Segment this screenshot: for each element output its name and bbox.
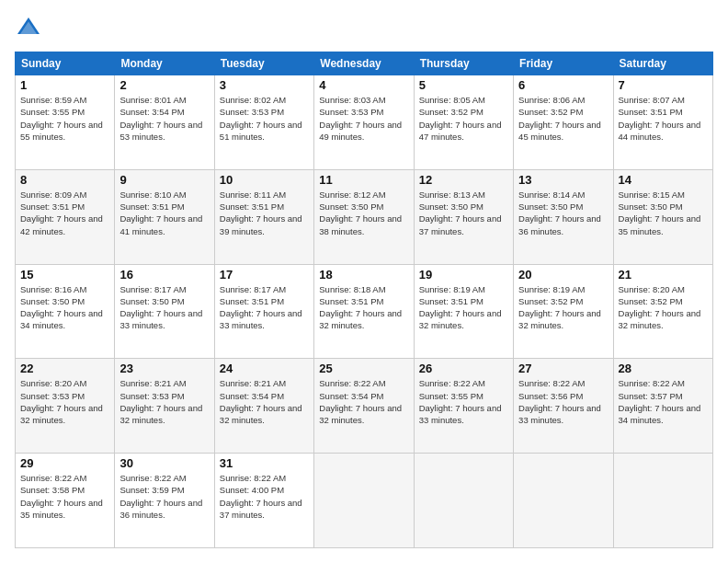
day-number: 7 bbox=[619, 78, 708, 92]
day-info: Sunrise: 8:22 AM Sunset: 3:59 PM Dayligh… bbox=[119, 472, 209, 521]
calendar-cell: 14 Sunrise: 8:15 AM Sunset: 3:50 PM Dayl… bbox=[613, 169, 712, 264]
calendar-cell: 3 Sunrise: 8:02 AM Sunset: 3:53 PM Dayli… bbox=[214, 75, 313, 170]
day-info: Sunrise: 8:13 AM Sunset: 3:50 PM Dayligh… bbox=[419, 189, 508, 237]
calendar-table: SundayMondayTuesdayWednesdayThursdayFrid… bbox=[15, 52, 713, 548]
day-info: Sunrise: 8:21 AM Sunset: 3:54 PM Dayligh… bbox=[220, 377, 309, 426]
logo-icon bbox=[15, 15, 42, 42]
calendar-cell: 10 Sunrise: 8:11 AM Sunset: 3:51 PM Dayl… bbox=[214, 169, 313, 264]
day-info: Sunrise: 8:22 AM Sunset: 3:57 PM Dayligh… bbox=[619, 377, 708, 426]
day-info: Sunrise: 8:22 AM Sunset: 3:58 PM Dayligh… bbox=[20, 472, 109, 521]
day-info: Sunrise: 8:09 AM Sunset: 3:51 PM Dayligh… bbox=[20, 189, 109, 237]
calendar-cell: 20 Sunrise: 8:19 AM Sunset: 3:52 PM Dayl… bbox=[514, 264, 613, 359]
calendar-cell: 1 Sunrise: 8:59 AM Sunset: 3:55 PM Dayli… bbox=[16, 75, 115, 170]
calendar-cell: 26 Sunrise: 8:22 AM Sunset: 3:55 PM Dayl… bbox=[414, 359, 513, 454]
weekday-thursday: Thursday bbox=[414, 52, 513, 75]
day-number: 18 bbox=[319, 268, 408, 282]
day-number: 3 bbox=[220, 78, 309, 92]
day-info: Sunrise: 8:22 AM Sunset: 3:56 PM Dayligh… bbox=[518, 377, 608, 426]
calendar-cell: 13 Sunrise: 8:14 AM Sunset: 3:50 PM Dayl… bbox=[514, 169, 613, 264]
calendar-cell: 31 Sunrise: 8:22 AM Sunset: 4:00 PM Dayl… bbox=[214, 454, 313, 548]
calendar-cell: 7 Sunrise: 8:07 AM Sunset: 3:51 PM Dayli… bbox=[613, 75, 712, 170]
logo bbox=[15, 15, 46, 42]
weekday-saturday: Saturday bbox=[613, 52, 712, 75]
day-number: 26 bbox=[419, 362, 508, 375]
calendar-cell: 4 Sunrise: 8:03 AM Sunset: 3:53 PM Dayli… bbox=[314, 75, 414, 170]
day-number: 5 bbox=[419, 78, 508, 92]
calendar-cell: 21 Sunrise: 8:20 AM Sunset: 3:52 PM Dayl… bbox=[613, 264, 712, 359]
calendar-cell: 9 Sunrise: 8:10 AM Sunset: 3:51 PM Dayli… bbox=[115, 169, 214, 264]
day-number: 16 bbox=[119, 268, 209, 282]
day-number: 20 bbox=[518, 268, 608, 282]
day-number: 10 bbox=[220, 173, 309, 187]
calendar-cell: 19 Sunrise: 8:19 AM Sunset: 3:51 PM Dayl… bbox=[414, 264, 513, 359]
calendar-cell: 22 Sunrise: 8:20 AM Sunset: 3:53 PM Dayl… bbox=[16, 359, 115, 454]
calendar-cell: 16 Sunrise: 8:17 AM Sunset: 3:50 PM Dayl… bbox=[115, 264, 214, 359]
calendar-cell: 5 Sunrise: 8:05 AM Sunset: 3:52 PM Dayli… bbox=[414, 75, 513, 170]
day-number: 30 bbox=[119, 456, 209, 470]
week-row-3: 15 Sunrise: 8:16 AM Sunset: 3:50 PM Dayl… bbox=[16, 264, 713, 359]
day-info: Sunrise: 8:18 AM Sunset: 3:51 PM Dayligh… bbox=[319, 283, 408, 332]
week-row-4: 22 Sunrise: 8:20 AM Sunset: 3:53 PM Dayl… bbox=[16, 359, 713, 454]
day-number: 12 bbox=[419, 173, 508, 187]
day-number: 13 bbox=[518, 173, 608, 187]
day-number: 28 bbox=[619, 362, 708, 375]
day-number: 2 bbox=[119, 78, 209, 92]
day-info: Sunrise: 8:05 AM Sunset: 3:52 PM Dayligh… bbox=[419, 94, 508, 143]
day-number: 22 bbox=[20, 362, 109, 375]
calendar-cell: 11 Sunrise: 8:12 AM Sunset: 3:50 PM Dayl… bbox=[314, 169, 414, 264]
weekday-wednesday: Wednesday bbox=[314, 52, 414, 75]
calendar-cell: 12 Sunrise: 8:13 AM Sunset: 3:50 PM Dayl… bbox=[414, 169, 513, 264]
day-info: Sunrise: 8:15 AM Sunset: 3:50 PM Dayligh… bbox=[619, 189, 708, 237]
day-number: 31 bbox=[220, 456, 309, 470]
weekday-friday: Friday bbox=[514, 52, 613, 75]
day-info: Sunrise: 8:01 AM Sunset: 3:54 PM Dayligh… bbox=[119, 94, 209, 143]
day-number: 19 bbox=[419, 268, 508, 282]
calendar-cell: 6 Sunrise: 8:06 AM Sunset: 3:52 PM Dayli… bbox=[514, 75, 613, 170]
day-number: 15 bbox=[20, 268, 109, 282]
calendar-cell: 25 Sunrise: 8:22 AM Sunset: 3:54 PM Dayl… bbox=[314, 359, 414, 454]
day-info: Sunrise: 8:19 AM Sunset: 3:51 PM Dayligh… bbox=[419, 283, 508, 332]
day-number: 25 bbox=[319, 362, 408, 375]
day-info: Sunrise: 8:19 AM Sunset: 3:52 PM Dayligh… bbox=[518, 283, 608, 332]
day-info: Sunrise: 8:11 AM Sunset: 3:51 PM Dayligh… bbox=[220, 189, 309, 237]
day-info: Sunrise: 8:22 AM Sunset: 4:00 PM Dayligh… bbox=[220, 472, 309, 521]
day-number: 11 bbox=[319, 173, 408, 187]
week-row-1: 1 Sunrise: 8:59 AM Sunset: 3:55 PM Dayli… bbox=[16, 75, 713, 170]
day-number: 1 bbox=[20, 78, 109, 92]
calendar-cell bbox=[613, 454, 712, 548]
header bbox=[15, 15, 713, 42]
weekday-tuesday: Tuesday bbox=[214, 52, 313, 75]
calendar-cell: 27 Sunrise: 8:22 AM Sunset: 3:56 PM Dayl… bbox=[514, 359, 613, 454]
day-number: 23 bbox=[119, 362, 209, 375]
day-info: Sunrise: 8:59 AM Sunset: 3:55 PM Dayligh… bbox=[20, 94, 109, 143]
calendar-cell: 29 Sunrise: 8:22 AM Sunset: 3:58 PM Dayl… bbox=[16, 454, 115, 548]
day-info: Sunrise: 8:20 AM Sunset: 3:52 PM Dayligh… bbox=[619, 283, 708, 332]
day-info: Sunrise: 8:14 AM Sunset: 3:50 PM Dayligh… bbox=[518, 189, 608, 237]
week-row-2: 8 Sunrise: 8:09 AM Sunset: 3:51 PM Dayli… bbox=[16, 169, 713, 264]
day-info: Sunrise: 8:10 AM Sunset: 3:51 PM Dayligh… bbox=[119, 189, 209, 237]
day-number: 14 bbox=[619, 173, 708, 187]
day-info: Sunrise: 8:22 AM Sunset: 3:55 PM Dayligh… bbox=[419, 377, 508, 426]
page: SundayMondayTuesdayWednesdayThursdayFrid… bbox=[0, 0, 728, 563]
day-info: Sunrise: 8:20 AM Sunset: 3:53 PM Dayligh… bbox=[20, 377, 109, 426]
calendar-cell bbox=[414, 454, 513, 548]
day-number: 6 bbox=[518, 78, 608, 92]
day-number: 9 bbox=[119, 173, 209, 187]
day-info: Sunrise: 8:22 AM Sunset: 3:54 PM Dayligh… bbox=[319, 377, 408, 426]
day-number: 21 bbox=[619, 268, 708, 282]
day-info: Sunrise: 8:06 AM Sunset: 3:52 PM Dayligh… bbox=[518, 94, 608, 143]
week-row-5: 29 Sunrise: 8:22 AM Sunset: 3:58 PM Dayl… bbox=[16, 454, 713, 548]
day-number: 27 bbox=[518, 362, 608, 375]
day-number: 24 bbox=[220, 362, 309, 375]
calendar-cell: 8 Sunrise: 8:09 AM Sunset: 3:51 PM Dayli… bbox=[16, 169, 115, 264]
day-number: 17 bbox=[220, 268, 309, 282]
day-info: Sunrise: 8:17 AM Sunset: 3:50 PM Dayligh… bbox=[119, 283, 209, 332]
day-info: Sunrise: 8:16 AM Sunset: 3:50 PM Dayligh… bbox=[20, 283, 109, 332]
day-number: 29 bbox=[20, 456, 109, 470]
day-info: Sunrise: 8:03 AM Sunset: 3:53 PM Dayligh… bbox=[319, 94, 408, 143]
day-number: 4 bbox=[319, 78, 408, 92]
calendar-cell bbox=[514, 454, 613, 548]
day-number: 8 bbox=[20, 173, 109, 187]
calendar-cell: 17 Sunrise: 8:17 AM Sunset: 3:51 PM Dayl… bbox=[214, 264, 313, 359]
day-info: Sunrise: 8:07 AM Sunset: 3:51 PM Dayligh… bbox=[619, 94, 708, 143]
